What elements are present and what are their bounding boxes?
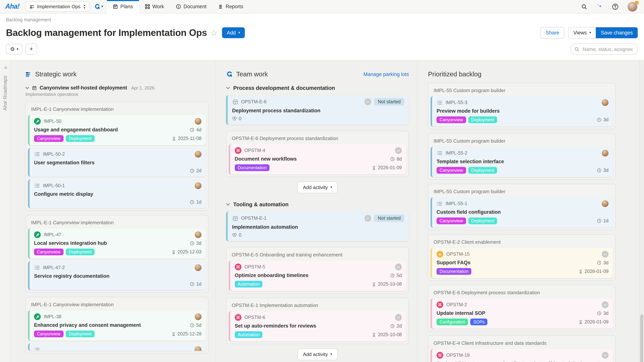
favorite-star-icon[interactable]: ☆ [210,28,218,37]
work-grid-icon [145,4,150,9]
help-icon[interactable] [612,3,618,10]
scrollbar[interactable] [639,60,644,362]
release-name: Canyonview self-hosted deployment [40,85,127,91]
ai-sparkle-icon[interactable] [596,3,603,10]
card-group: OPSTM-E-2 Client enablement★OPSTM-15DISu… [428,234,616,281]
requirement-card[interactable]: IMPL-50-2User segmentation filters2d [28,148,206,177]
save-changes-button[interactable]: Save changes [596,27,638,38]
add-activity-button[interactable]: Add activity▾ [298,348,337,360]
card-id: OPSTM-4 [244,148,265,153]
search-icon[interactable] [581,4,587,10]
tag-list: CanyonviewDeployment [436,167,593,174]
feature-card[interactable]: IMPL-47Local services integration hub3dC… [28,228,206,259]
share-button[interactable]: Share [540,27,564,39]
card-id: OPSTM-E-1 [241,216,266,221]
tag-list: Automation [235,331,368,338]
settings-button[interactable]: ⚙▾ [6,44,22,54]
card-title: Configure metric display [34,191,186,197]
feature-rocket-icon [34,313,41,320]
card-id: OPSTM-6 [244,315,265,320]
tag-list: Documentation [235,164,368,171]
tab-work[interactable]: Work [139,0,170,13]
epic-card[interactable]: OPSTM-E-6DINot startedDeployment process… [226,95,409,125]
activity-card[interactable]: ⌘OPSTM-5DIOptimize onboarding timelines5… [229,261,406,291]
activity-card[interactable]: ⌘OPSTM-2DIUpdate internal SOP3dConfigura… [430,298,613,329]
clock-icon [190,168,194,173]
assignee-avatar [195,231,202,238]
user-avatar[interactable] [628,2,637,12]
hourglass-icon [172,332,176,336]
epic-icon [232,98,238,105]
assignee-avatar [195,313,202,320]
group-header: OPSTM-E-5 Onboarding and training enhanc… [229,250,406,261]
activity-card[interactable]: ⌘OPSTM-4DIDocument new workflows8dDocume… [229,144,406,174]
requirement-card[interactable]: IMPL-50-1Configure metric display1d [28,179,206,208]
manage-parking-lots-link[interactable]: Manage parking lots [364,72,409,77]
views-button[interactable]: Views▾ [568,27,596,38]
assignee-avatar: DI [395,264,402,270]
tab-plans[interactable]: Plans [107,0,139,13]
initiative-star-icon: ★ [436,251,443,258]
workspace-switcher-button[interactable]: ▾ [94,4,103,10]
add-panel-button[interactable]: + [26,43,37,55]
section-title: Tooling & automation [233,201,288,207]
aha-logo[interactable]: Aha! [5,3,20,11]
card-group: IMPL-55 Custom program builderIMPL-55-1C… [428,184,616,230]
card-title: Review VPN setup process for clients usi… [436,361,608,362]
assignee-avatar [602,150,608,156]
requirement-list-icon [436,200,442,207]
feature-card[interactable]: IMPL-38Enhanced privacy and consent mana… [28,310,206,341]
tag: Canyonview [34,249,63,255]
epic-card[interactable]: OPSTM-E-1DINot startedImplementation aut… [226,212,409,241]
release-header[interactable]: Canyonview self-hosted deployment Apr 1,… [26,85,208,91]
add-activity-button[interactable]: Add activity▾ [298,182,337,193]
reports-bars-icon [218,4,223,9]
team-section-header[interactable]: Tooling & automation [226,201,409,207]
chevron-down-icon[interactable] [226,87,230,89]
backlog-groups: IMPL-55 Custom program builderIMPL-55-3P… [428,83,616,362]
team-section-header[interactable]: Process development & documentation [226,85,409,91]
group-header: OPSTM-E-6 Deployment process standardiza… [430,287,613,298]
activity-card[interactable]: ⌘OPSTM-19DIReview VPN setup process for … [430,349,613,362]
tag: Deployment [66,330,94,337]
chevron-down-icon[interactable] [226,203,230,206]
chevron-down-icon: ▾ [590,31,591,35]
estimate: 1d [190,282,202,287]
requirement-card[interactable]: IMPL-47-2Service registry documentation1… [28,261,206,290]
filter-search-input[interactable] [582,46,634,52]
requirement-card[interactable]: IMPL-55-2Template selection interfaceCan… [430,147,613,177]
heart-vote-icon [232,116,237,121]
requirement-card[interactable]: IMPL-55-1Custom field configurationCanyo… [430,197,613,228]
requirement-card[interactable] [28,343,206,351]
group-header: IMPL-55 Custom program builder [430,136,613,147]
chevron-down-icon[interactable] [26,87,29,89]
collapsed-sidebar[interactable]: » Aha! Roadmaps [0,60,10,362]
tag: SOPs [470,319,488,325]
add-button[interactable]: Add▾ [222,27,245,38]
feature-card[interactable]: IMPL-50Usage and engagement dashboard4dC… [28,115,206,145]
workspace-selector[interactable]: Implementation Ops [26,2,90,12]
plus-icon: + [30,46,33,52]
card-title: Support FAQs [436,260,575,265]
card-id: OPSTM-19 [446,353,470,358]
feature-yellow-card[interactable]: ★OPSTM-15DISupport FAQs3dDocumentation20… [430,248,613,278]
breadcrumb[interactable]: Backlog management [6,17,638,23]
due-date: 2025-10-08 [372,282,402,287]
activity-card[interactable]: ⌘OPSTM-6DISet up auto-reminders for revi… [229,311,406,341]
tab-document[interactable]: Document [170,0,212,13]
requirement-list-icon [34,264,40,271]
strategic-work-title: Strategic work [26,70,208,78]
tab-reports[interactable]: Reports [212,0,249,13]
chevron-down-icon: ▾ [238,31,240,35]
expand-sidebar-icon[interactable]: » [2,66,8,69]
hourglass-icon [578,269,583,273]
clock-icon [597,260,602,265]
workspace-name: Implementation Ops [37,4,80,9]
tag-list: Automation [235,281,368,287]
status-badge: Not started [374,215,404,222]
scrollbar-thumb[interactable] [640,314,643,362]
tag: Automation [235,281,262,287]
card-title: Local services integration hub [34,240,168,246]
requirement-card[interactable]: IMPL-55-3Preview mode for buildersCanyon… [430,96,613,126]
requirement-list-icon [436,99,442,106]
